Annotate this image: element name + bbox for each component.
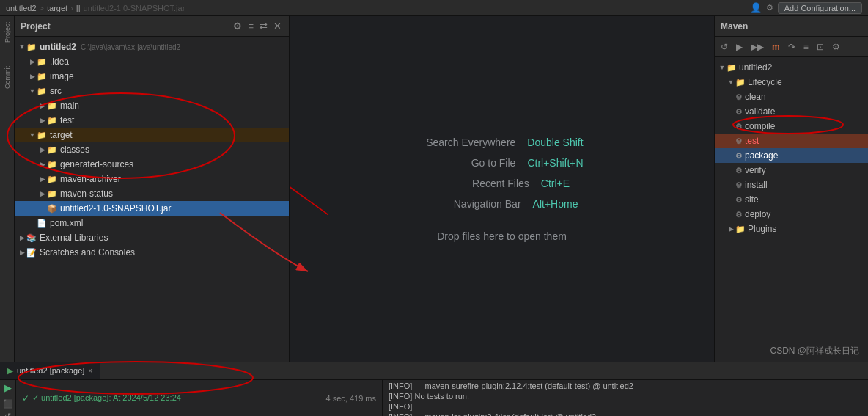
item-name-idea: .idea: [50, 56, 69, 67]
hint-row-nav: Navigation Bar Alt+Home: [426, 198, 578, 210]
project-close-icon[interactable]: ✕: [272, 19, 283, 33]
nav-bar-shortcut: Alt+Home: [533, 198, 578, 210]
tree-item-generated-sources[interactable]: ▶ 📁 generated-sources: [15, 157, 289, 172]
tree-item-target[interactable]: ▼ 📁 target: [15, 128, 289, 142]
tree-item-classes[interactable]: ▶ 📁 classes: [15, 142, 289, 157]
item-name-maven-status: maven-status: [60, 189, 113, 199]
lifecycle-gear-icon: ⚙: [735, 195, 743, 205]
maven-item-clean[interactable]: ⚙ clean: [715, 90, 868, 104]
folder-icon: 📁: [37, 87, 47, 96]
add-configuration-button[interactable]: Add Configuration...: [778, 2, 862, 14]
project-sort-icon[interactable]: ⇄: [258, 19, 269, 33]
maven-skip-icon[interactable]: ↷: [785, 40, 798, 54]
arrow-icon: ▼: [727, 79, 735, 86]
maven-refresh-icon[interactable]: ↺: [718, 40, 731, 54]
search-everywhere-label: Search Everywhere: [420, 136, 515, 148]
maven-panel: Maven ↺ ▶ ▶▶ m ↷ ≡ ⊡ ⚙ ▼ 📁 untitled2 ▼ 📁…: [714, 16, 868, 362]
maven-list-icon[interactable]: ≡: [801, 40, 812, 54]
person-icon: 👤: [750, 2, 762, 13]
bottom-content: ▶ ⬛ ↺ ✓ ✓ untitled2 [package]: At 2024/5…: [0, 380, 868, 416]
arrow-icon: ▼: [18, 43, 26, 51]
maven-item-deploy[interactable]: ⚙ deploy: [715, 207, 868, 222]
item-name-main: main: [60, 101, 79, 111]
arrow-icon: ▼: [28, 131, 37, 139]
maven-item-untitled2[interactable]: ▼ 📁 untitled2: [715, 60, 868, 75]
run-tab-label: untitled2 [package]: [17, 366, 84, 375]
item-name-scratches: Scratches and Consoles: [40, 247, 135, 258]
root-name: untitled2: [40, 42, 76, 52]
bottom-tabs: ▶ untitled2 [package] ×: [0, 362, 868, 380]
maven-validate-label: validate: [745, 106, 775, 117]
hint-row-search: Search Everywhere Double Shift: [420, 136, 583, 148]
project-folder-icon: 📁: [727, 63, 737, 73]
maven-run-debug-icon[interactable]: ▶▶: [748, 40, 767, 54]
maven-item-install[interactable]: ⚙ install: [715, 178, 868, 192]
arrow-icon: ▶: [727, 225, 735, 233]
goto-file-shortcut: Ctrl+Shift+N: [527, 157, 583, 169]
arrow-icon: ▶: [18, 234, 26, 241]
tree-item-maven-status[interactable]: ▶ 📁 maven-status: [15, 186, 289, 201]
maven-item-compile[interactable]: ⚙ compile: [715, 119, 868, 134]
folder-icon: 📁: [47, 145, 57, 155]
maven-run-icon[interactable]: ▶: [733, 40, 746, 54]
item-name-maven-archiver: maven-archiver: [60, 174, 121, 184]
run-time-label: 4 sec, 419 ms: [326, 394, 376, 403]
goto-file-label: Go to File: [420, 157, 515, 169]
tree-item-scratches[interactable]: ▶ 📝 Scratches and Consoles: [15, 245, 289, 260]
main-layout: Project Commit Project ⚙ ≡ ⇄ ✕ ▼ 📁 untit…: [0, 16, 868, 362]
tree-item-src[interactable]: ▼ 📁 src: [15, 84, 289, 98]
maven-item-validate[interactable]: ⚙ validate: [715, 104, 868, 119]
maven-item-plugins[interactable]: ▶ 📁 Plugins: [715, 222, 868, 236]
arrow-icon: ▶: [28, 58, 37, 65]
item-name-test: test: [60, 115, 74, 125]
lifecycle-gear-icon: ⚙: [735, 122, 743, 131]
tree-root[interactable]: ▼ 📁 untitled2 C:\java\javam\ax-java\unti…: [15, 40, 289, 54]
log-line-2: [INFO] No tests to run.: [389, 392, 862, 401]
tree-item-pom[interactable]: ▶ 📄 pom.xml: [15, 216, 289, 230]
item-name-image: image: [50, 71, 74, 81]
restart-icon[interactable]: ↺: [4, 412, 11, 416]
arrow-icon: ▶: [38, 117, 47, 124]
tree-item-idea[interactable]: ▶ 📁 .idea: [15, 54, 289, 69]
tree-item-test[interactable]: ▶ 📁 test: [15, 113, 289, 128]
maven-expand-icon[interactable]: ⊡: [814, 40, 827, 54]
breadcrumb-part3: ||: [76, 4, 81, 12]
drop-files-text: Drop files here to open them: [437, 230, 567, 242]
maven-item-lifecycle[interactable]: ▼ 📁 Lifecycle: [715, 75, 868, 90]
hint-row-recent: Recent Files Ctrl+E: [434, 178, 570, 189]
maven-item-verify[interactable]: ⚙ verify: [715, 163, 868, 178]
project-gear-icon[interactable]: ⚙: [232, 19, 243, 33]
root-path: C:\java\javam\ax-java\untitled2: [81, 43, 180, 51]
close-tab-icon[interactable]: ×: [88, 367, 92, 375]
maven-item-site[interactable]: ⚙ site: [715, 192, 868, 207]
tree-item-main[interactable]: ▶ 📁 main: [15, 98, 289, 113]
sidebar-project-label[interactable]: Project: [4, 22, 11, 43]
maven-settings-icon[interactable]: ⚙: [829, 40, 843, 54]
tree-item-image[interactable]: ▶ 📁 image: [15, 69, 289, 84]
sidebar-commit-label[interactable]: Commit: [4, 66, 11, 89]
maven-mvn-icon[interactable]: m: [769, 40, 783, 54]
arrow-icon: ▶: [38, 175, 47, 183]
run-status-text: ✓ untitled2 [package]: At 2024/5/12 23:2…: [32, 393, 181, 403]
arrow-icon: ▶: [38, 102, 47, 109]
log-line-3: [INFO]: [389, 402, 862, 411]
log-line-1: [INFO] --- maven-surefire-plugin:2.12.4:…: [389, 382, 862, 390]
bottom-tab-run[interactable]: ▶ untitled2 [package] ×: [0, 362, 100, 379]
maven-install-label: install: [745, 180, 768, 190]
recent-files-label: Recent Files: [434, 178, 529, 189]
lifecycle-gear-icon: ⚙: [735, 151, 743, 161]
maven-item-package[interactable]: ⚙ package: [715, 148, 868, 163]
project-list-icon[interactable]: ≡: [246, 19, 255, 33]
folder-icon: 📁: [47, 175, 57, 184]
arrow-icon: ▼: [28, 87, 37, 95]
folder-icon: 📁: [26, 43, 37, 52]
folder-icon: 📁: [47, 116, 57, 125]
tree-item-ext-libs[interactable]: ▶ 📚 External Libraries: [15, 230, 289, 245]
play-button-icon[interactable]: ▶: [4, 382, 12, 393]
maven-item-test[interactable]: ⚙ test: [715, 134, 868, 148]
settings-gear-icon[interactable]: ⚙: [766, 3, 773, 12]
tree-item-jar[interactable]: ▶ 📦 untitled2-1.0-SNAPSHOT.jar: [15, 201, 289, 216]
stop-icon[interactable]: ⬛: [3, 399, 13, 409]
xml-icon: 📄: [37, 219, 47, 228]
tree-item-maven-archiver[interactable]: ▶ 📁 maven-archiver: [15, 172, 289, 186]
